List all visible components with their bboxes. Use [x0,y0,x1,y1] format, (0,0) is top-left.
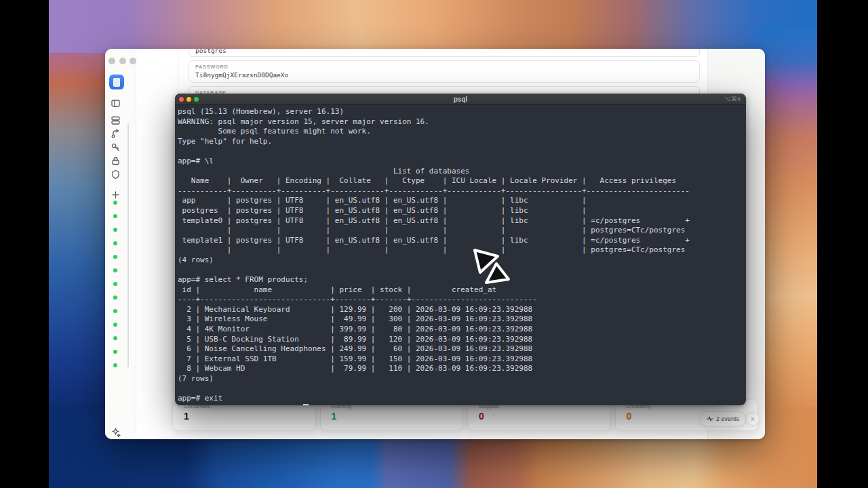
password-field-label: PASSWORD [195,64,228,70]
container-status-dot[interactable] [113,323,117,327]
wallpaper-top-band [49,0,817,53]
letterbox-left [0,0,49,488]
password-field-value: Ti8nygmQjXErazsnD0DQaeXo [195,71,288,79]
key-icon[interactable] [111,142,121,152]
sidebar-scrollbar[interactable] [127,123,129,367]
sidebar-toggle-icon[interactable] [111,98,121,108]
container-status-dot[interactable] [113,241,117,245]
container-status-dot[interactable] [113,255,117,259]
sidebar-rail [105,49,136,439]
terminal-titlebar[interactable]: psql ⌥⌘4 [175,94,746,105]
container-status-dot[interactable] [113,309,117,313]
container-status-dot[interactable] [113,214,117,218]
container-status-dot[interactable] [113,363,117,367]
server-field[interactable] [189,49,700,57]
sparkles-icon[interactable] [111,427,121,437]
zoom-traffic-light[interactable] [194,97,199,102]
plus-icon[interactable] [111,190,121,200]
pulse-icon [707,415,713,422]
close-traffic-light[interactable] [179,97,184,102]
wallpaper-right-band [760,27,817,447]
app-logo-icon[interactable] [109,75,124,89]
shield-icon[interactable] [111,169,121,180]
zoom-traffic-light[interactable] [130,58,136,64]
minimize-traffic-light[interactable] [119,58,126,64]
terminal-shortcut-hint: ⌥⌘4 [724,96,741,102]
stat-value: 0 [479,411,610,422]
cursor-icon [467,243,517,289]
minimize-traffic-light[interactable] [186,97,191,102]
containers-icon[interactable] [111,115,121,125]
container-status-dot[interactable] [113,336,117,340]
container-status-dot[interactable] [113,228,117,232]
container-status-dot[interactable] [113,350,117,354]
lock-icon[interactable] [111,156,121,166]
stat-value: 1 [332,411,463,422]
close-icon: × [751,415,755,423]
container-status-dot[interactable] [113,201,117,205]
stat-value: 1 [184,411,315,422]
events-button-label: 2 events [716,415,739,422]
terminal-title: psql [454,96,468,103]
terminal-output[interactable]: psql (15.13 (Homebrew), server 16.13) WA… [178,107,743,405]
container-status-dot[interactable] [113,268,117,272]
letterbox-right [817,0,868,488]
server-field-value: postgres [195,49,226,54]
container-glyph [113,78,120,87]
branch-icon[interactable] [111,129,121,139]
close-traffic-light[interactable] [108,58,115,64]
terminal-window: psql ⌥⌘4 psql (15.13 (Homebrew), server … [175,94,746,405]
container-status-dot[interactable] [113,296,117,300]
events-button[interactable]: 2 events [700,411,746,426]
container-status-dot[interactable] [113,282,117,286]
close-notification-button[interactable]: × [746,412,760,426]
terminal-cursor [303,404,309,405]
screen: postgres PASSWORD Ti8nygmQjXErazsnD0DQae… [0,0,868,488]
